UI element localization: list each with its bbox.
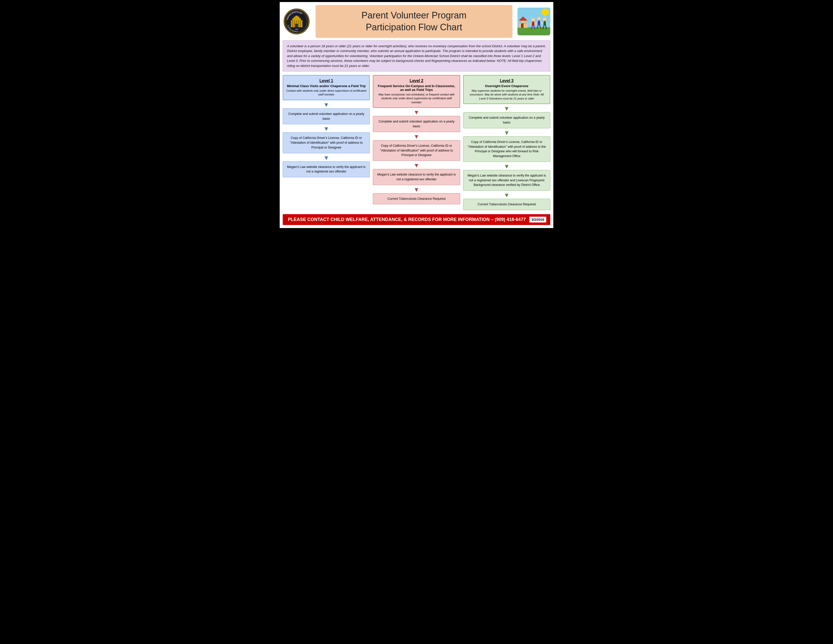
- svg-point-34: [537, 17, 541, 21]
- svg-rect-41: [544, 21, 546, 26]
- level2-step-4: Current Tuberculosis Clearance Required: [373, 193, 460, 204]
- level2-arrow-3: ▼: [413, 163, 420, 169]
- level2-arrow-4: ▼: [413, 187, 420, 193]
- level2-arrow-1: ▼: [413, 109, 420, 116]
- level3-arrow-3: ▼: [503, 163, 510, 169]
- level2-column: Level 2 Frequent Service On-Campus and I…: [373, 75, 460, 205]
- svg-rect-35: [538, 21, 540, 25]
- level1-step-2: Copy of California Driver's License, Cal…: [283, 132, 370, 153]
- level1-header: Level 1 Minimal Class Visits and/or Chap…: [283, 75, 370, 100]
- svg-rect-11: [300, 20, 301, 27]
- svg-rect-29: [532, 21, 534, 26]
- level3-header: Level 3 Overnight Event Chaperone May su…: [463, 75, 550, 104]
- level2-step-1: Complete and submit volunteer applicatio…: [373, 116, 460, 132]
- page-title: Parent Volunteer Program Participation F…: [326, 10, 502, 33]
- footer: PLEASE CONTACT CHILD WELFARE, ATTENDANCE…: [283, 214, 550, 225]
- level2-header: Level 2 Frequent Service On-Campus and I…: [373, 75, 460, 108]
- level3-step-1: Complete and submit volunteer applicatio…: [463, 112, 550, 128]
- svg-point-40: [543, 18, 547, 21]
- svg-text:1884: 1884: [295, 29, 298, 30]
- level1-arrow-1: ▼: [323, 102, 330, 108]
- description-box: A volunteer is a person 18 years or olde…: [283, 40, 550, 72]
- svg-rect-27: [524, 22, 526, 24]
- svg-point-28: [531, 18, 535, 21]
- level3-step-3: Megan's Law website clearance to verify …: [463, 170, 550, 191]
- level3-arrow-2: ▼: [503, 130, 510, 136]
- level1-column: Level 1 Minimal Class Visits and/or Chap…: [283, 75, 370, 178]
- level1-arrow-2: ▼: [323, 126, 330, 132]
- footer-date: 3/2/2016: [529, 217, 546, 222]
- school-seal-logo: ONTARIO·MONTCLAIR SCHOOL DISTRICT 1884: [283, 8, 310, 35]
- level3-arrow-1: ▼: [503, 106, 510, 112]
- level1-arrow-3: ▼: [323, 155, 330, 161]
- svg-rect-5: [294, 17, 299, 19]
- svg-rect-25: [521, 23, 524, 28]
- flowchart: Level 1 Minimal Class Visits and/or Chap…: [283, 75, 550, 211]
- kids-graphic-logo: [518, 8, 550, 35]
- level1-step-1: Complete and submit volunteer applicatio…: [283, 108, 370, 124]
- level3-step-4: Current Tuberculosis Clearance Required: [463, 199, 550, 210]
- page: ONTARIO·MONTCLAIR SCHOOL DISTRICT 1884 P…: [280, 2, 553, 228]
- svg-rect-8: [294, 20, 295, 27]
- footer-text: PLEASE CONTACT CHILD WELFARE, ATTENDANCE…: [287, 217, 527, 222]
- svg-point-17: [542, 9, 549, 16]
- level2-step-2: Copy of California Driver's License, Cal…: [373, 140, 460, 161]
- level1-step-3: Megan's Law website clearance to verify …: [283, 161, 370, 177]
- svg-rect-26: [519, 22, 521, 24]
- level1-desc: Contact with students only under direct …: [286, 89, 367, 97]
- level3-subtitle: Overnight Event Chaperone: [466, 84, 547, 88]
- level1-title: Level 1: [286, 79, 367, 83]
- description-text: A volunteer is a person 18 years or olde…: [287, 44, 546, 68]
- level2-subtitle: Frequent Service On-Campus and In Classr…: [376, 84, 457, 92]
- svg-rect-6: [295, 16, 298, 17]
- level3-title: Level 3: [466, 79, 547, 83]
- level2-arrow-2: ▼: [413, 134, 420, 140]
- level2-desc: May have occasional, non-scheduled, or f…: [376, 93, 457, 104]
- svg-rect-12: [295, 24, 298, 27]
- svg-rect-7: [292, 20, 293, 27]
- title-box: Parent Volunteer Program Participation F…: [315, 5, 512, 38]
- level3-column: Level 3 Overnight Event Chaperone May su…: [463, 75, 550, 211]
- level3-step-2: Copy of California Driver's License, Cal…: [463, 136, 550, 162]
- level3-desc: May supervise students for overnight eve…: [466, 89, 547, 100]
- level3-arrow-4: ▼: [503, 192, 510, 198]
- svg-rect-22: [518, 27, 550, 35]
- level1-subtitle: Minimal Class Visits and/or Chaperone a …: [286, 84, 367, 88]
- level2-title: Level 2: [376, 79, 457, 83]
- level2-step-3: Megan's Law website clearance to verify …: [373, 169, 460, 185]
- header: ONTARIO·MONTCLAIR SCHOOL DISTRICT 1884 P…: [283, 5, 550, 38]
